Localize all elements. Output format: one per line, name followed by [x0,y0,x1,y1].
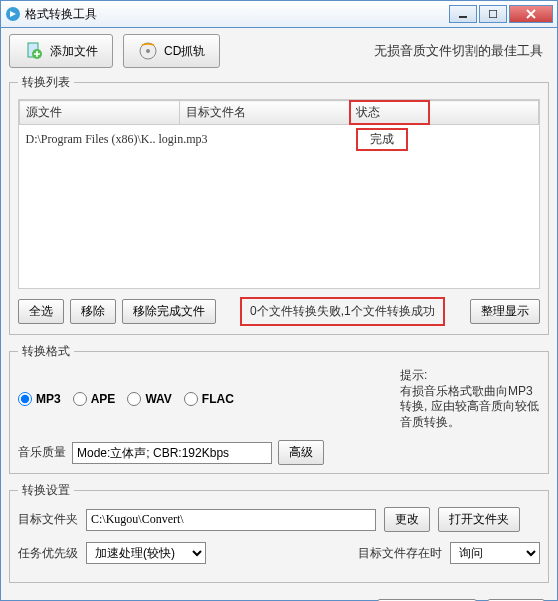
col-source[interactable]: 源文件 [20,101,180,125]
advanced-button[interactable]: 高级 [278,440,324,465]
add-file-label: 添加文件 [50,43,98,60]
content-area: 添加文件 CD抓轨 无损音质文件切割的最佳工具 转换列表 源文件 目标文件名 状… [0,28,558,601]
cd-icon [138,41,158,61]
priority-select[interactable]: 加速处理(较快) [86,542,206,564]
main-toolbar: 添加文件 CD抓轨 无损音质文件切割的最佳工具 [9,34,549,68]
status-message: 0个文件转换失败,1个文件转换成功 [240,297,445,326]
folder-input[interactable] [86,509,376,531]
exists-select[interactable]: 询问 [450,542,540,564]
close-button[interactable] [509,5,553,23]
maximize-button[interactable] [479,5,507,23]
quality-select[interactable]: Mode:立体声; CBR:192Kbps [72,442,272,464]
cd-rip-label: CD抓轨 [164,43,205,60]
svg-point-6 [146,49,150,53]
svg-rect-1 [459,16,467,18]
radio-ape-input[interactable] [73,392,87,406]
conversion-list-group: 转换列表 源文件 目标文件名 状态 D:\Program Files (x86)… [9,74,549,335]
hint-body: 有损音乐格式歌曲向MP3转换, 应由较高音质向较低音质转换。 [400,384,540,431]
open-folder-button[interactable]: 打开文件夹 [438,507,520,532]
status-badge: 完成 [356,128,408,151]
window-buttons [449,5,553,23]
col-target[interactable]: 目标文件名 [180,101,350,125]
settings-group: 转换设置 目标文件夹 更改 打开文件夹 任务优先级 加速处理(较快) 目标文件存… [9,482,549,583]
priority-label: 任务优先级 [18,545,78,562]
exists-label: 目标文件存在时 [358,545,442,562]
radio-flac[interactable]: FLAC [184,392,234,406]
table-row[interactable]: D:\Program Files (x86)\K.. login.mp3 完成 [20,125,539,155]
format-hint: 提示: 有损音乐格式歌曲向MP3转换, 应由较高音质向较低音质转换。 [400,368,540,430]
format-legend: 转换格式 [18,343,74,360]
settings-legend: 转换设置 [18,482,74,499]
file-table: 源文件 目标文件名 状态 D:\Program Files (x86)\K.. … [19,100,539,154]
svg-rect-2 [489,10,497,18]
slogan-text: 无损音质文件切割的最佳工具 [374,42,549,60]
add-file-button[interactable]: 添加文件 [9,34,113,68]
conversion-list-legend: 转换列表 [18,74,74,91]
radio-wav[interactable]: WAV [127,392,171,406]
radio-mp3[interactable]: MP3 [18,392,61,406]
cell-source: D:\Program Files (x86)\K.. login.mp3 [20,125,350,155]
radio-wav-input[interactable] [127,392,141,406]
format-radio-group: MP3 APE WAV FLAC [18,392,234,406]
col-status[interactable]: 状态 [350,101,430,125]
radio-ape[interactable]: APE [73,392,116,406]
remove-done-button[interactable]: 移除完成文件 [122,299,216,324]
col-spacer [430,101,539,125]
window-title: 格式转换工具 [25,6,449,23]
titlebar: 格式转换工具 [0,0,558,28]
add-file-icon [24,41,44,61]
select-all-button[interactable]: 全选 [18,299,64,324]
radio-flac-input[interactable] [184,392,198,406]
format-group: 转换格式 MP3 APE WAV FLAC 提示: 有损音乐格式歌曲向MP3转换… [9,343,549,474]
folder-label: 目标文件夹 [18,511,78,528]
app-icon [5,6,21,22]
tidy-button[interactable]: 整理显示 [470,299,540,324]
file-list[interactable]: 源文件 目标文件名 状态 D:\Program Files (x86)\K.. … [18,99,540,289]
cd-rip-button[interactable]: CD抓轨 [123,34,220,68]
hint-title: 提示: [400,368,540,384]
radio-mp3-input[interactable] [18,392,32,406]
change-folder-button[interactable]: 更改 [384,507,430,532]
minimize-button[interactable] [449,5,477,23]
remove-button[interactable]: 移除 [70,299,116,324]
quality-label: 音乐质量 [18,444,66,461]
cell-status: 完成 [350,125,430,155]
list-buttons: 全选 移除 移除完成文件 0个文件转换失败,1个文件转换成功 整理显示 [18,297,540,326]
footer-buttons: 开始转换 退出 [9,591,549,601]
